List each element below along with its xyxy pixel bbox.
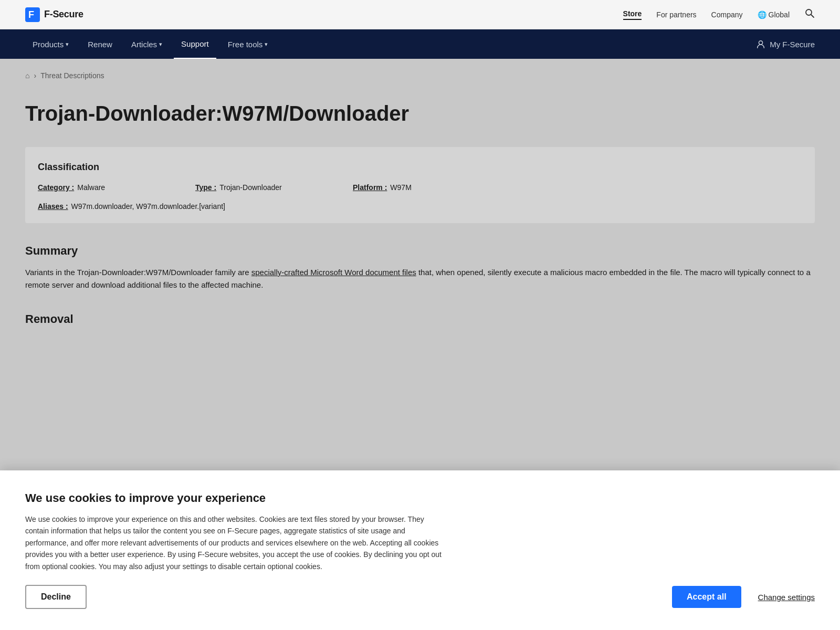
category-label: Category : <box>38 183 74 192</box>
free-tools-chevron-icon: ▾ <box>265 41 268 48</box>
nav-partners[interactable]: For partners <box>656 10 696 19</box>
home-icon[interactable]: ⌂ <box>25 71 29 80</box>
nav-products[interactable]: Products ▾ <box>25 30 76 58</box>
aliases-field: Aliases : W97m.downloader, W97m.download… <box>38 202 802 211</box>
classification-section: Classification Category : Malware Type :… <box>25 147 815 223</box>
type-field: Type : Trojan-Downloader <box>195 183 353 192</box>
free-tools-label: Free tools <box>228 40 263 49</box>
type-label: Type : <box>195 183 216 192</box>
globe-icon: 🌐 <box>758 10 766 19</box>
page-title-area: Trojan-Downloader:W97M/Downloader <box>0 88 840 147</box>
summary-text-before: Variants in the Trojan-Downloader:W97M/D… <box>25 268 251 277</box>
nav-renew[interactable]: Renew <box>80 30 120 58</box>
global-button[interactable]: 🌐 Global <box>758 10 790 19</box>
f-secure-logo-icon: F <box>25 7 40 22</box>
logo[interactable]: F F-Secure <box>25 7 83 22</box>
global-label: Global <box>769 10 790 19</box>
summary-link[interactable]: specially-crafted Microsoft Word documen… <box>251 268 416 277</box>
products-label: Products <box>33 40 64 49</box>
classification-heading: Classification <box>38 162 802 173</box>
nav-support[interactable]: Support <box>174 30 216 59</box>
summary-section: Summary Variants in the Trojan-Downloade… <box>0 223 840 302</box>
aliases-label: Aliases : <box>38 202 68 211</box>
articles-label: Articles <box>131 40 157 49</box>
platform-field: Platform : W97M <box>353 183 510 192</box>
logo-text: F-Secure <box>44 9 83 20</box>
main-nav-left: Products ▾ Renew Articles ▾ Support Free… <box>25 30 275 59</box>
account-icon <box>756 39 765 49</box>
search-icon <box>804 8 815 18</box>
svg-text:F: F <box>28 9 34 20</box>
removal-section: Removal <box>0 302 840 345</box>
type-value: Trojan-Downloader <box>219 183 282 192</box>
category-field: Category : Malware <box>38 183 195 192</box>
nav-free-tools[interactable]: Free tools ▾ <box>220 30 276 58</box>
nav-articles[interactable]: Articles ▾ <box>124 30 170 58</box>
content-area: ⌂ › Threat Descriptions Trojan-Downloade… <box>0 59 840 374</box>
nav-store[interactable]: Store <box>623 9 642 20</box>
products-chevron-icon: ▾ <box>66 41 69 48</box>
support-label: Support <box>181 39 209 48</box>
account-nav[interactable]: My F-Secure <box>756 39 815 49</box>
main-nav: Products ▾ Renew Articles ▾ Support Free… <box>0 29 840 59</box>
removal-heading: Removal <box>25 312 815 326</box>
articles-chevron-icon: ▾ <box>159 41 162 48</box>
aliases-value: W97m.downloader, W97m.downloader.[varian… <box>71 202 225 211</box>
category-value: Malware <box>77 183 105 192</box>
page-title: Trojan-Downloader:W97M/Downloader <box>25 101 815 126</box>
platform-label: Platform : <box>353 183 387 192</box>
svg-point-2 <box>806 9 812 15</box>
classification-fields: Category : Malware Type : Trojan-Downloa… <box>38 183 802 211</box>
summary-text: Variants in the Trojan-Downloader:W97M/D… <box>25 266 815 291</box>
search-button[interactable] <box>804 8 815 21</box>
top-bar: F F-Secure Store For partners Company 🌐 … <box>0 0 840 29</box>
summary-heading: Summary <box>25 244 815 258</box>
account-label: My F-Secure <box>770 40 815 49</box>
breadcrumb: ⌂ › Threat Descriptions <box>0 59 840 88</box>
breadcrumb-separator: › <box>34 71 36 80</box>
nav-company[interactable]: Company <box>711 10 743 19</box>
breadcrumb-current: Threat Descriptions <box>40 71 104 80</box>
renew-label: Renew <box>88 40 112 49</box>
platform-value: W97M <box>390 183 411 192</box>
svg-point-4 <box>759 41 763 45</box>
top-nav: Store For partners Company 🌐 Global <box>623 8 815 21</box>
svg-line-3 <box>811 15 814 17</box>
